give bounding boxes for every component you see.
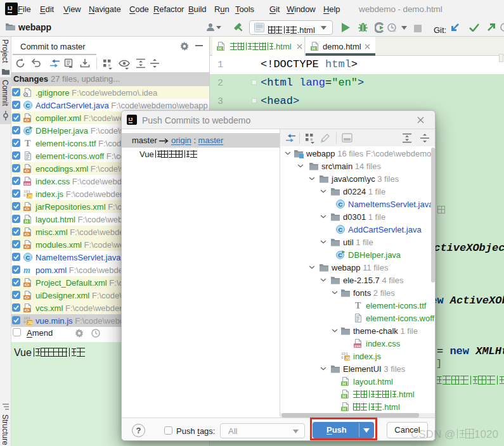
svg-text:<>: <> <box>24 308 29 312</box>
svg-text:C: C <box>339 201 343 208</box>
svg-text:<>: <> <box>24 207 29 211</box>
svg-text:<>: <> <box>24 118 29 122</box>
svg-text:C: C <box>25 128 30 134</box>
svg-text:<>: <> <box>24 295 29 300</box>
svg-text:JS: JS <box>27 194 33 198</box>
svg-text:m: m <box>23 265 30 275</box>
svg-text:H: H <box>312 46 315 51</box>
svg-text:JS: JS <box>345 356 351 360</box>
svg-text:0: 0 <box>341 355 344 360</box>
svg-text:T: T <box>355 301 361 310</box>
svg-text:C: C <box>338 252 342 258</box>
svg-text:css: css <box>24 182 31 186</box>
svg-text:H: H <box>342 394 346 398</box>
svg-text:<>: <> <box>24 169 29 173</box>
svg-text:<>: <> <box>24 232 29 236</box>
svg-text:H: H <box>342 407 346 411</box>
svg-text:css: css <box>354 344 361 348</box>
svg-text:0: 0 <box>23 193 26 198</box>
svg-text:H: H <box>218 46 221 51</box>
svg-text:C: C <box>339 226 343 233</box>
svg-text:C: C <box>26 102 30 109</box>
svg-text:0: 0 <box>23 320 26 324</box>
svg-text:<>: <> <box>24 283 29 287</box>
svg-text:<>: <> <box>24 245 29 249</box>
svg-text:JS: JS <box>27 321 33 325</box>
svg-text:C: C <box>26 254 30 261</box>
svg-text:IJ: IJ <box>8 5 12 11</box>
svg-text:H: H <box>25 219 28 224</box>
svg-text:T: T <box>25 139 31 148</box>
svg-text:H: H <box>342 381 346 386</box>
svg-text:IJ: IJ <box>129 117 132 122</box>
